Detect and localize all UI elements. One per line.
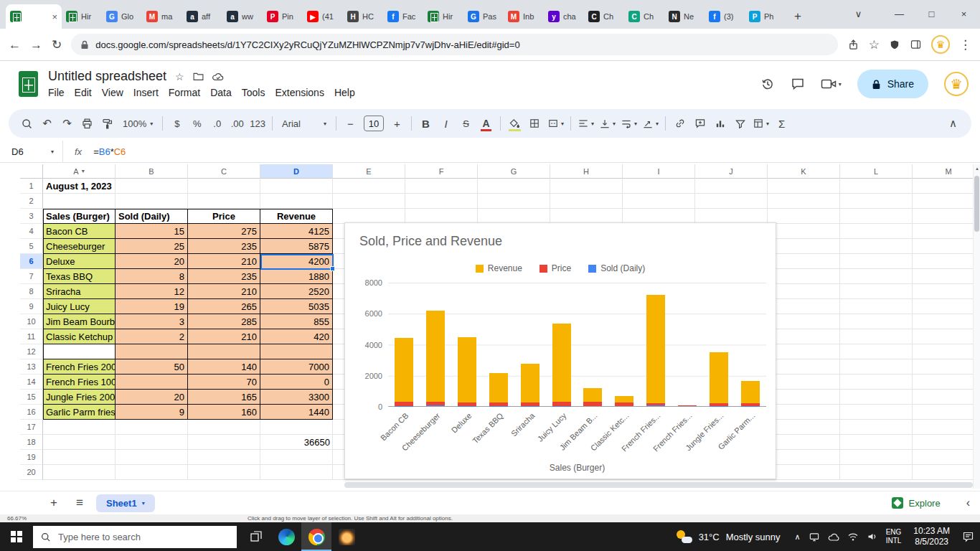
cell-c[interactable]: Price — [188, 209, 260, 224]
redo-icon[interactable]: ↷ — [57, 114, 77, 133]
browser-tab[interactable]: y cha × — [544, 4, 584, 29]
menu-item[interactable]: Format — [164, 86, 205, 99]
cell-a[interactable]: Juicy Lucy — [43, 299, 116, 314]
cell-d[interactable]: 420 — [260, 329, 333, 344]
fill-handle[interactable] — [330, 266, 335, 271]
create-filter-icon[interactable] — [730, 114, 750, 133]
horizontal-align-icon[interactable]: ▾ — [575, 114, 596, 133]
cell-a[interactable] — [43, 465, 116, 480]
bookmark-star-icon[interactable]: ☆ — [869, 39, 880, 51]
browser-tab[interactable]: C Ch × — [624, 4, 664, 29]
browser-tab[interactable]: H HC × — [343, 4, 383, 29]
column-dropdown-icon[interactable]: ▾ — [82, 168, 85, 174]
browser-tab[interactable]: C Ch × — [584, 4, 624, 29]
cell-d[interactable] — [260, 194, 333, 209]
increase-font-size-button[interactable]: + — [387, 114, 407, 133]
cell-d[interactable]: 7000 — [260, 359, 333, 375]
cell-a[interactable]: August 1, 2023 — [43, 179, 116, 194]
cell-b[interactable] — [116, 344, 188, 359]
share-button[interactable]: Share — [857, 70, 928, 98]
cell-c[interactable] — [188, 344, 260, 359]
menu-item[interactable]: Insert — [128, 86, 164, 99]
browser-tab[interactable]: M Inb × — [504, 4, 544, 29]
horizontal-scroll-thumb[interactable] — [344, 482, 973, 488]
vertical-scroll-thumb[interactable] — [974, 176, 979, 232]
format-currency-button[interactable]: $ — [167, 114, 187, 133]
horizontal-scrollbar[interactable] — [20, 481, 973, 489]
column-header[interactable]: K▾ — [768, 164, 840, 179]
cell-b[interactable]: 20 — [116, 390, 188, 405]
meet-video-icon[interactable]: ▾ — [821, 77, 842, 90]
borders-icon[interactable] — [525, 114, 545, 133]
undo-icon[interactable]: ↶ — [37, 114, 57, 133]
cell-c[interactable] — [188, 435, 260, 450]
cell-b[interactable] — [116, 375, 188, 390]
cell-c[interactable]: 140 — [188, 359, 260, 375]
column-header[interactable]: H▾ — [550, 164, 623, 179]
insert-comment-icon[interactable] — [690, 114, 710, 133]
row-header[interactable]: 13 — [20, 359, 43, 375]
column-header[interactable]: C▾ — [188, 164, 260, 179]
cell-b[interactable]: 19 — [116, 299, 188, 314]
sheet-tab-sheet1[interactable]: Sheet1 ▾ — [96, 494, 155, 512]
cell-d[interactable]: Revenue — [260, 209, 333, 224]
browser-tab[interactable]: P Pin × — [263, 4, 303, 29]
cell-d[interactable]: 36650 — [260, 435, 333, 450]
row-header[interactable]: 18 — [20, 435, 43, 450]
add-sheet-button[interactable]: + — [44, 496, 63, 510]
more-formats-button[interactable]: 123 — [248, 114, 268, 133]
cell-a[interactable]: Sales (Burger) — [43, 209, 116, 224]
cell-c[interactable] — [188, 465, 260, 480]
language-indicator[interactable]: ENG INTL — [886, 528, 902, 545]
scroll-up-arrow[interactable]: ▴ — [974, 164, 980, 173]
font-select[interactable]: Arial ▾ — [277, 118, 331, 129]
row-header[interactable]: 14 — [20, 375, 43, 390]
strikethrough-button[interactable]: S — [456, 114, 476, 133]
cell-c[interactable] — [188, 420, 260, 435]
row-header[interactable]: 10 — [20, 314, 43, 329]
cell-c[interactable]: 285 — [188, 314, 260, 329]
cell-a[interactable]: Texas BBQ — [43, 269, 116, 284]
cell-c[interactable]: 165 — [188, 390, 260, 405]
comments-icon[interactable] — [791, 77, 805, 91]
browser-tab[interactable]: a aff × — [182, 4, 222, 29]
table-views-icon[interactable]: ▾ — [750, 114, 771, 133]
cell-c[interactable]: 265 — [188, 299, 260, 314]
cell-b[interactable]: 8 — [116, 269, 188, 284]
menu-item[interactable]: Help — [329, 86, 360, 99]
browser-tab[interactable]: G Glo × — [102, 4, 142, 29]
cell-a[interactable] — [43, 420, 116, 435]
share-page-icon[interactable] — [847, 39, 859, 51]
cell-d[interactable] — [260, 420, 333, 435]
cell-c[interactable] — [188, 179, 260, 194]
row-header[interactable]: 6 — [20, 254, 43, 269]
back-button[interactable]: ← — [9, 39, 21, 51]
cell-d[interactable] — [260, 450, 333, 465]
side-panel-icon[interactable] — [910, 39, 922, 50]
cell-b[interactable]: 3 — [116, 314, 188, 329]
row-header[interactable]: 15 — [20, 390, 43, 405]
browser-tab[interactable]: N Ne × — [664, 4, 705, 29]
column-header[interactable]: A▾ — [43, 164, 116, 179]
formula-input[interactable]: =B6*C6 — [93, 146, 126, 157]
collapse-panel-icon[interactable]: ‹ — [966, 496, 970, 509]
browser-tab[interactable]: a ww × — [222, 4, 263, 29]
cell-c[interactable]: 235 — [188, 239, 260, 254]
cell-d[interactable]: 5875 — [260, 239, 333, 254]
vertical-scrollbar[interactable]: ▴ — [973, 164, 980, 489]
browser-tab[interactable]: G Pas × — [463, 4, 504, 29]
row-header[interactable]: 1 — [20, 179, 43, 194]
cell-d[interactable] — [260, 344, 333, 359]
cell-d[interactable] — [260, 179, 333, 194]
cell-b[interactable]: 12 — [116, 284, 188, 299]
window-minimize-button[interactable]: — — [883, 9, 915, 19]
chart[interactable]: Sold, Price and Revenue RevenuePriceSold… — [344, 222, 776, 479]
cell-b[interactable]: 25 — [116, 239, 188, 254]
cell-a[interactable]: Jim Beam Bourb — [43, 314, 116, 329]
start-button[interactable] — [0, 522, 33, 551]
cloud-tray-icon[interactable] — [828, 532, 839, 542]
functions-sigma-icon[interactable]: Σ — [772, 114, 791, 133]
column-header[interactable]: L▾ — [840, 164, 913, 179]
url-bar[interactable]: docs.google.com/spreadsheets/d/1Y7C2CIXy… — [71, 34, 838, 55]
taskbar-clock[interactable]: 10:23 AM 8/5/2023 — [909, 526, 954, 547]
